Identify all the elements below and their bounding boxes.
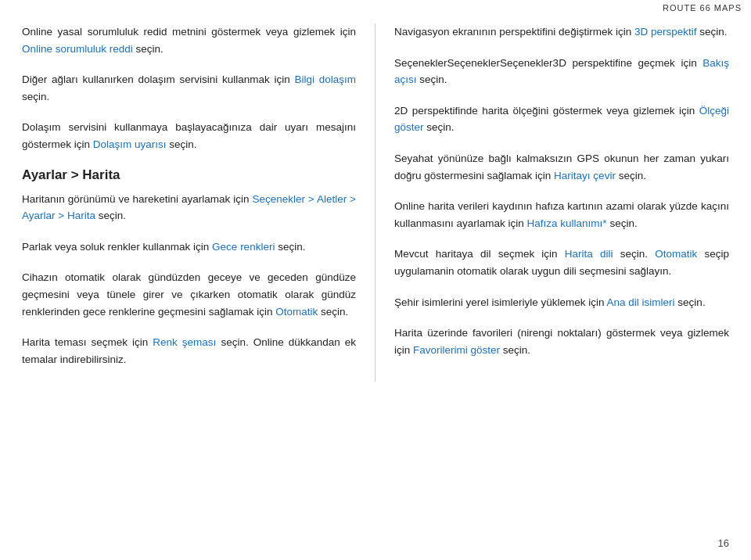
haritayi-cevir-link[interactable]: Haritayı çevir bbox=[554, 170, 616, 181]
gece-renkleri-link[interactable]: Gece renkleri bbox=[212, 241, 275, 253]
otomatik-link[interactable]: Otomatik bbox=[275, 306, 318, 318]
bilgi-dolasim-link[interactable]: Bilgi dolaşım bbox=[294, 74, 356, 85]
section-block-1-text2: seçin. bbox=[95, 210, 126, 221]
right-block-5: Online harita verileri kaydının hafıza k… bbox=[394, 198, 729, 232]
dolasim-uyarisi-link[interactable]: Dolaşım uyarısı bbox=[93, 138, 167, 150]
section-block-2-text2: seçin. bbox=[275, 241, 305, 253]
left-block-1-text2: seçin. bbox=[133, 43, 163, 55]
right-block-8: Harita üzerinde favorileri (nirengi nokt… bbox=[394, 325, 729, 358]
right-block-2-text2: seçin. bbox=[417, 74, 447, 85]
left-block-2-text1: Diğer ağları kullanırken dolaşım servisi… bbox=[22, 74, 294, 85]
right-block-2-text1: SeçeneklerSeçeneklerSeçenekler3D perspek… bbox=[394, 57, 702, 69]
right-block-7: Şehir isimlerini yerel isimleriyle yükle… bbox=[394, 294, 729, 311]
right-block-3-text1: 2D perspektifinde harita ölçeğini göster… bbox=[394, 105, 699, 117]
harita-dili-link[interactable]: Harita dili bbox=[565, 248, 613, 260]
right-block-5-text2: seçin. bbox=[607, 217, 638, 229]
section-block-2-text1: Parlak veya soluk renkler kullanmak için bbox=[22, 241, 212, 253]
right-block-3-text2: seçin. bbox=[424, 121, 455, 133]
right-block-8-text2: seçin. bbox=[500, 344, 530, 356]
section-block-2: Parlak veya soluk renkler kullanmak için… bbox=[22, 239, 356, 256]
right-block-1: Navigasyon ekranının perspektifini değiş… bbox=[394, 23, 729, 41]
online-sorumluluk-link[interactable]: Online sorumluluk reddi bbox=[22, 43, 133, 55]
right-block-1-text2: seçin. bbox=[696, 26, 727, 38]
right-block-2: SeçeneklerSeçeneklerSeçenekler3D perspek… bbox=[394, 55, 729, 88]
left-block-3: Dolaşım servisini kullanmaya başlayacağı… bbox=[22, 119, 356, 153]
favorilerimi-goster-link[interactable]: Favorilerimi göster bbox=[413, 344, 500, 356]
right-block-6-text1: Mevcut haritaya dil seçmek için bbox=[394, 248, 565, 260]
left-block-2: Diğer ağları kullanırken dolaşım servisi… bbox=[22, 71, 356, 105]
section-block-4: Harita teması seçmek için Renk şeması se… bbox=[22, 334, 356, 368]
left-block-3-text2: seçin. bbox=[167, 138, 197, 150]
section-block-1: Haritanın görünümü ve hareketini ayarlam… bbox=[22, 191, 356, 224]
left-block-1-text1: Online yasal sorumluluk redid metnini gö… bbox=[22, 26, 356, 38]
hafiza-kullanimi-link[interactable]: Hafıza kullanımı* bbox=[527, 217, 607, 229]
right-column: Navigasyon ekranının perspektifini değiş… bbox=[376, 23, 729, 382]
section-block-4-text1: Harita teması seçmek için bbox=[22, 336, 153, 348]
section-block-3-text2: seçin. bbox=[318, 306, 348, 318]
right-block-4-text2: seçin. bbox=[616, 170, 646, 181]
right-block-6-text2: seçin. bbox=[613, 248, 656, 260]
right-block-1-text1: Navigasyon ekranının perspektifini değiş… bbox=[394, 26, 634, 38]
ana-dil-isimleri-link[interactable]: Ana dil isimleri bbox=[607, 296, 675, 308]
otomatik-dil-link[interactable]: Otomatik bbox=[655, 248, 697, 260]
section-title: Ayarlar > Harita bbox=[22, 167, 356, 183]
right-block-7-text1: Şehir isimlerini yerel isimleriyle yükle… bbox=[394, 296, 607, 308]
section-block-1-text1: Haritanın görünümü ve hareketini ayarlam… bbox=[22, 193, 252, 205]
left-block-2-text2: seçin. bbox=[22, 91, 49, 102]
left-column: Online yasal sorumluluk redid metnini gö… bbox=[22, 23, 376, 382]
left-block-1: Online yasal sorumluluk redid metnini gö… bbox=[22, 23, 356, 57]
right-block-4: Seyahat yönünüze bağlı kalmaksızın GPS o… bbox=[394, 150, 729, 184]
renk-semasi-link[interactable]: Renk şeması bbox=[153, 336, 216, 348]
page-number: 16 bbox=[718, 537, 729, 549]
page-header: Route 66 Maps bbox=[663, 3, 742, 13]
right-block-6: Mevcut haritaya dil seçmek için Harita d… bbox=[394, 246, 729, 279]
section-block-3: Cihazın otomatik olarak gündüzden geceye… bbox=[22, 269, 356, 320]
3d-perspektif-link[interactable]: 3D perspektif bbox=[634, 26, 697, 38]
right-block-3: 2D perspektifinde harita ölçeğini göster… bbox=[394, 102, 729, 136]
right-block-7-text2: seçin. bbox=[675, 296, 706, 308]
